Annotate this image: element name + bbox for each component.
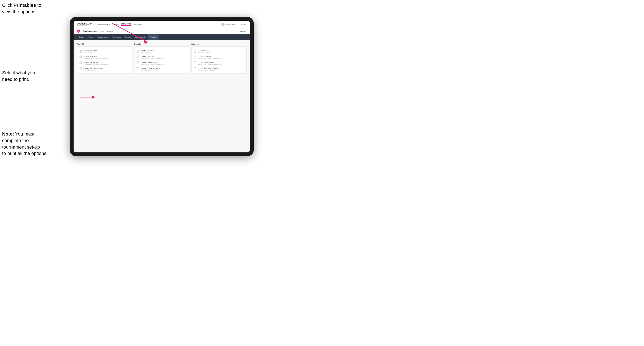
rounds-grid: Round 1 Preview Tee Sheet Tee S — [77, 43, 246, 74]
round2-tee-sheet-subtitle: Tee Sheet required — [141, 51, 187, 53]
nav-committee[interactable]: COMMITTEE — [121, 23, 131, 26]
tab-course-setup[interactable]: Course Setup — [96, 34, 110, 40]
scoreboard-logo: SCOREBOARD Powered by clippd — [77, 23, 92, 26]
round3-tee-sheet-text: Preview Tee Sheet Tee Sheet required — [198, 49, 244, 53]
separator: | — [239, 23, 239, 25]
svg-rect-36 — [194, 56, 196, 58]
round1-tournament-report[interactable]: Preview Tournament Report Round Completi… — [79, 66, 130, 72]
round2-tee-sheet-text: Preview Tee Sheet Tee Sheet required — [141, 49, 187, 53]
round3-raguzzi[interactable]: Preview Raguzzi Sheet Course setup + Tee… — [194, 60, 244, 66]
tab-leaderboards[interactable]: Leaderboards — [133, 34, 148, 40]
round2-tournament-report-subtitle: Round Completion required — [141, 69, 187, 71]
tablet-frame: SCOREBOARD Powered by clippd TOURNAMENTS… — [70, 17, 254, 156]
round3-tournament-report[interactable]: Preview Tournament Report Round Completi… — [194, 66, 244, 72]
round3-scorecard-subtitle: Course setup + Tee Sheet data required — [198, 57, 244, 59]
tablet-screen: SCOREBOARD Powered by clippd TOURNAMENTS… — [74, 21, 250, 153]
cancel-button[interactable]: Cancel ✕ — [240, 30, 246, 32]
round3-scorecard[interactable]: Preview Scorecard Course setup + Tee She… — [194, 54, 244, 60]
tab-results[interactable]: Results — [123, 34, 133, 40]
sign-out-link[interactable]: Sign out — [240, 23, 246, 25]
document-icon — [79, 55, 82, 58]
round1-scorecard-text: Preview Scorecard Course setup + Tee She… — [84, 55, 130, 59]
svg-rect-32 — [194, 50, 196, 52]
round-3-card: Preview Tee Sheet Tee Sheet required — [191, 46, 246, 74]
tournament-tag: Men — [100, 30, 105, 32]
svg-rect-20 — [137, 56, 139, 58]
round2-tournament-report-title: Preview Tournament Report — [141, 67, 187, 69]
svg-rect-24 — [137, 62, 139, 64]
round1-scorecard-subtitle: Course setup + Tee Sheet data required — [84, 57, 130, 59]
tournament-name: Clippd Invitational — [82, 30, 98, 32]
top-nav-right: blair@clippd.io | Sign out — [221, 23, 246, 26]
round3-tournament-report-title: Preview Tournament Report — [198, 67, 244, 69]
round2-scorecard-text: Preview Scorecard Course setup + Tee She… — [141, 55, 187, 59]
round3-raguzzi-text: Preview Raguzzi Sheet Course setup + Tee… — [198, 61, 244, 65]
tab-teams[interactable]: Teams — [86, 34, 96, 40]
round-2-column: Round 2 Preview Tee Sheet Tee S — [134, 43, 190, 74]
document-icon — [194, 61, 197, 64]
round3-raguzzi-title: Preview Raguzzi Sheet — [198, 61, 244, 63]
document-icon — [79, 50, 82, 53]
svg-rect-0 — [80, 50, 82, 52]
document-icon — [194, 55, 197, 58]
tournament-status: Hosting — [108, 30, 113, 32]
round3-raguzzi-subtitle: Course setup + Tee Sheet data required — [198, 63, 244, 65]
round-1-title: Round 1 — [77, 43, 132, 45]
top-nav-links: TOURNAMENTS TEAMS COMMITTEE RANKINGS — [97, 23, 142, 26]
round1-tee-sheet-text: Preview Tee Sheet Tee Sheet required — [84, 49, 130, 53]
round3-tee-sheet[interactable]: Preview Tee Sheet Tee Sheet required — [194, 48, 244, 54]
round3-scorecard-text: Preview Scorecard Course setup + Tee She… — [198, 55, 244, 59]
round2-scorecard[interactable]: Preview Scorecard Course setup + Tee She… — [136, 54, 187, 60]
round1-raguzzi-subtitle: Course setup + Tee Sheet data required — [84, 63, 130, 65]
round3-tournament-report-text: Preview Tournament Report Round Completi… — [198, 67, 244, 71]
svg-rect-40 — [194, 62, 196, 64]
round3-scorecard-title: Preview Scorecard — [198, 55, 244, 57]
round1-tournament-report-title: Preview Tournament Report — [84, 67, 130, 69]
round-1-column: Round 1 Preview Tee Sheet Tee S — [77, 43, 132, 74]
round1-scorecard[interactable]: Preview Scorecard Course setup + Tee She… — [79, 54, 130, 60]
sub-navigation: Details Teams Course Setup Tee Groups Re… — [74, 34, 250, 40]
tab-tee-groups[interactable]: Tee Groups — [110, 34, 123, 40]
document-icon — [136, 50, 140, 53]
document-icon — [79, 61, 82, 64]
document-icon — [136, 67, 140, 70]
round2-tee-sheet[interactable]: Preview Tee Sheet Tee Sheet required — [136, 48, 187, 54]
round2-tournament-report-text: Preview Tournament Report Round Completi… — [141, 67, 187, 71]
top-navigation: SCOREBOARD Powered by clippd TOURNAMENTS… — [74, 21, 250, 28]
svg-rect-16 — [137, 50, 139, 52]
round3-tee-sheet-title: Preview Tee Sheet — [198, 49, 244, 51]
nav-teams[interactable]: TEAMS — [112, 23, 118, 25]
tab-printables[interactable]: Printables — [148, 34, 160, 40]
logo-title: SCOREBOARD — [77, 23, 92, 25]
nav-rankings[interactable]: RANKINGS — [134, 23, 142, 25]
round2-raguzzi-subtitle: Course setup + Tee Sheet data required — [141, 63, 187, 65]
round1-scorecard-title: Preview Scorecard — [84, 55, 130, 57]
svg-rect-12 — [80, 68, 82, 70]
round2-scorecard-subtitle: Course setup + Tee Sheet data required — [141, 57, 187, 59]
svg-rect-44 — [194, 68, 196, 70]
document-icon — [194, 67, 197, 70]
round2-scorecard-title: Preview Scorecard — [141, 55, 187, 57]
annotation-bottom: Note: You must complete the tournament s… — [2, 131, 48, 157]
annotation-printables-bold: Printables — [14, 2, 36, 8]
round2-raguzzi-text: Preview Raguzzi Sheet Course setup + Tee… — [141, 61, 187, 65]
annotation-note-bold: Note: — [2, 131, 14, 137]
round1-raguzzi[interactable]: Preview Raguzzi Sheet Course setup + Tee… — [79, 60, 130, 66]
round2-raguzzi[interactable]: Preview Raguzzi Sheet Course setup + Tee… — [136, 60, 187, 66]
round1-tee-sheet-title: Preview Tee Sheet — [84, 49, 130, 51]
round-2-card: Preview Tee Sheet Tee Sheet required — [134, 46, 190, 74]
round2-tournament-report[interactable]: Preview Tournament Report Round Completi… — [136, 66, 187, 72]
svg-rect-8 — [80, 62, 82, 64]
user-avatar — [221, 23, 225, 26]
round3-tee-sheet-subtitle: Tee Sheet required — [198, 51, 244, 53]
round1-tee-sheet[interactable]: Preview Tee Sheet Tee Sheet required — [79, 48, 130, 54]
tab-details[interactable]: Details — [77, 34, 86, 40]
round-2-title: Round 2 — [134, 43, 190, 45]
round2-raguzzi-title: Preview Raguzzi Sheet — [141, 61, 187, 63]
annotation-mid: Select what youneed to print. — [2, 70, 35, 83]
round1-tournament-report-text: Preview Tournament Report Round Completi… — [84, 67, 130, 71]
document-icon — [194, 50, 197, 53]
round2-tee-sheet-title: Preview Tee Sheet — [141, 49, 187, 51]
round3-tournament-report-subtitle: Round Completion required — [198, 69, 244, 71]
nav-tournaments[interactable]: TOURNAMENTS — [97, 23, 110, 25]
